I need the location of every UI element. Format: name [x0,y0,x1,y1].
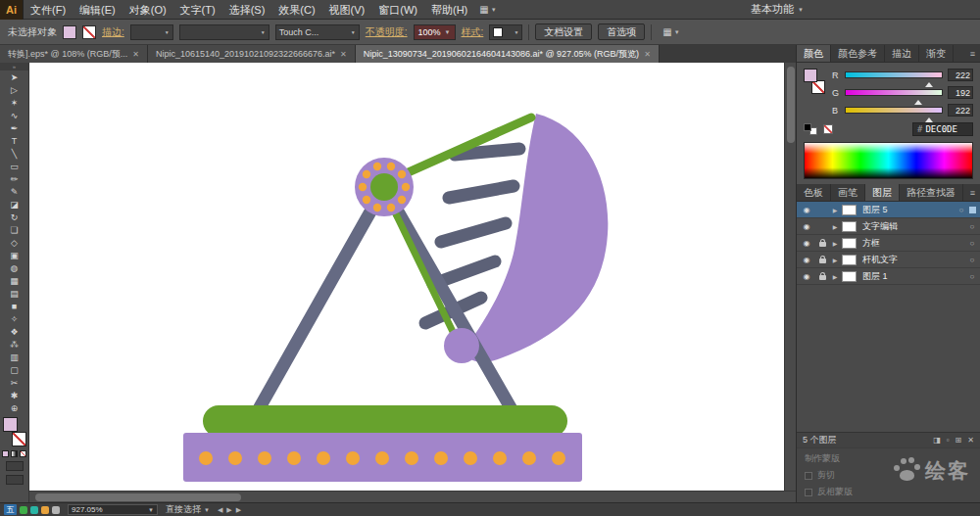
tab-gradient[interactable]: 渐变 [919,45,954,62]
slice-tool[interactable]: ✂ [0,376,28,389]
ime-mode-badge[interactable]: 五 [4,504,17,515]
tab-brushes[interactable]: 画笔 [831,184,865,201]
prev-artboard-button[interactable]: ◀ [218,506,222,514]
black-swatch[interactable] [804,123,811,131]
mesh-tool[interactable]: ▤ [0,287,28,300]
width-profile-dropdown[interactable]: ▼ [179,24,270,40]
blend-tool[interactable]: ❖ [0,325,28,338]
next-artboard-button[interactable]: ▶ [226,506,231,514]
menu-view[interactable]: 视图(V) [322,0,372,20]
visibility-eye-icon[interactable]: ◉ [799,256,814,264]
visibility-eye-icon[interactable]: ◉ [799,206,814,214]
color-fill-stroke-proxy[interactable] [804,69,825,94]
stroke-color-swatch[interactable] [82,25,96,39]
column-graph-tool[interactable]: ▥ [0,351,28,363]
menu-type[interactable]: 文字(T) [173,0,222,20]
seat-arm-3[interactable] [441,223,506,242]
checkbox[interactable] [805,489,812,496]
current-tool-display[interactable]: 直接选择 ▼ [166,503,210,516]
panel-menu-icon[interactable]: ≡ [965,184,980,201]
ime-icon[interactable] [41,506,49,514]
blue-slider[interactable] [845,107,943,114]
document-tab[interactable]: 转换].eps* @ 108% (RGB/预... ✕ [0,45,148,63]
clip-checkbox-row[interactable]: 剪切 [805,469,972,482]
layer-thumbnail[interactable] [842,238,857,249]
stroke-proxy-swatch[interactable] [12,432,26,446]
expand-triangle-icon[interactable]: ▶ [830,207,840,213]
lock-cell[interactable] [816,273,828,280]
seat-arm-2[interactable] [449,186,514,198]
line-segment-tool[interactable]: ╲ [0,147,28,160]
tab-stroke[interactable]: 描边 [885,45,919,62]
direct-selection-tool[interactable]: ▷ [0,83,28,96]
style-label[interactable]: 样式: [462,25,484,39]
checkbox[interactable] [805,472,812,480]
layer-thumbnail[interactable] [842,255,857,265]
expand-triangle-icon[interactable]: ▶ [830,223,840,230]
perspective-grid-tool[interactable]: ▦ [0,274,28,287]
stroke-weight-dropdown[interactable]: ▼ [130,24,173,40]
layer-thumbnail[interactable] [842,221,857,232]
layer-target-circle[interactable]: ○ [966,256,978,264]
hub-wheel[interactable] [355,158,414,216]
menu-object[interactable]: 对象(O) [122,0,173,20]
diagonal-rod[interactable] [386,194,457,340]
ime-icon[interactable] [30,506,38,514]
hand-tool[interactable]: ✱ [0,389,28,401]
layer-name[interactable]: 方框 [858,237,964,250]
fill-proxy-swatch[interactable] [3,417,18,432]
left-leg[interactable] [251,198,378,423]
selection-tool[interactable]: ➤ [0,70,28,83]
close-icon[interactable]: ✕ [340,50,347,59]
paintbrush-tool[interactable]: ✏ [0,172,28,185]
rectangle-tool[interactable]: ▭ [0,160,28,172]
layer-row[interactable]: ◉ ▶ 文字编辑 ○ [797,218,980,235]
close-icon[interactable]: ✕ [644,50,651,59]
vertical-scrollbar[interactable] [784,63,796,491]
layer-target-circle[interactable]: ○ [956,206,967,214]
fill-proxy-swatch[interactable] [804,69,817,82]
last-artboard-button[interactable]: ▶ [236,506,241,514]
none-swatch[interactable] [823,124,833,134]
pen-tool[interactable]: ✒ [0,121,28,134]
expand-triangle-icon[interactable]: ▶ [830,257,840,263]
document-tab-active[interactable]: Nipic_13090734_20190602164604143086.ai* … [356,45,660,63]
expand-triangle-icon[interactable]: ▶ [830,273,840,280]
hex-input[interactable]: # DEC0DE [912,122,973,136]
red-slider[interactable] [845,71,943,78]
tab-color[interactable]: 颜色 [797,45,831,62]
lasso-tool[interactable]: ∿ [0,109,28,121]
expand-triangle-icon[interactable]: ▶ [830,240,840,247]
black-white-swatches[interactable] [804,123,817,135]
ime-icon[interactable] [52,506,60,514]
green-base[interactable] [203,405,567,437]
lock-cell[interactable] [816,257,828,263]
arrange-documents-icon[interactable]: ▦ ▼ [474,4,501,15]
visibility-eye-icon[interactable]: ◉ [799,239,814,248]
lock-cell[interactable] [816,240,828,247]
pencil-tool[interactable]: ✎ [0,185,28,198]
gradient-mode-button[interactable] [11,450,18,457]
ime-icon[interactable] [20,506,27,514]
screen-mode-button[interactable] [6,475,24,485]
layer-target-circle[interactable]: ○ [966,239,978,248]
new-sublayer-button[interactable]: ▫ [947,436,950,445]
invert-mask-checkbox-row[interactable]: 反相蒙版 [805,486,972,498]
tab-color-guide[interactable]: 颜色参考 [831,45,885,62]
align-options-icon[interactable]: ▦ ▼ [658,26,684,37]
green-value-input[interactable]: 192 [948,86,973,99]
blue-value-input[interactable]: 222 [948,104,973,117]
layer-name[interactable]: 图层 5 [858,204,954,216]
document-tab[interactable]: Nipic_10615140_20191021092322666676.ai* … [148,45,356,63]
layer-name[interactable]: 图层 1 [858,270,964,283]
menu-edit[interactable]: 编辑(E) [73,0,122,20]
delete-layer-button[interactable]: ✕ [967,436,974,445]
slider-thumb[interactable] [925,114,933,122]
fill-stroke-proxy[interactable] [3,417,26,446]
rotate-tool[interactable]: ↻ [0,211,28,223]
free-transform-tool[interactable]: ▣ [0,249,28,261]
visibility-eye-icon[interactable]: ◉ [799,222,814,231]
menu-help[interactable]: 帮助(H) [424,0,474,20]
stroke-label[interactable]: 描边: [102,25,124,39]
zoom-tool[interactable]: ⊕ [0,401,28,414]
